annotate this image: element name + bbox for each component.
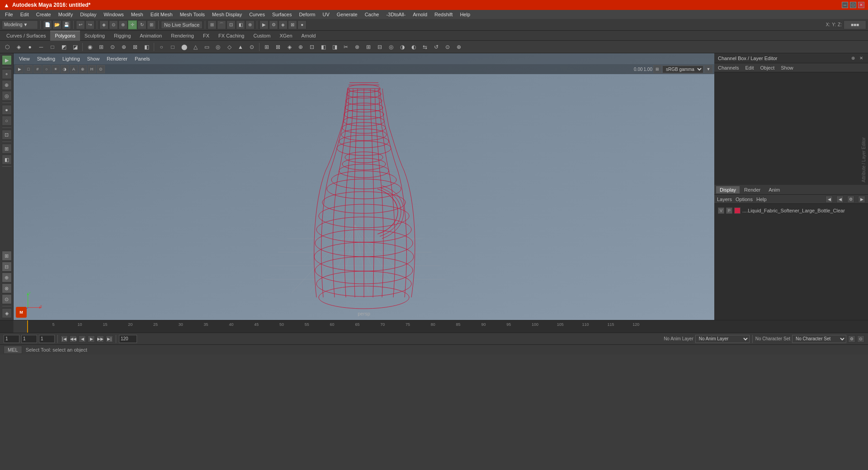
layer-5-btn[interactable]: ⊙	[2, 294, 12, 304]
play-btn[interactable]: ▶	[88, 335, 95, 343]
connect-icon[interactable]: ⊟	[374, 42, 385, 52]
insert-loop-icon[interactable]: ⊞	[363, 42, 374, 52]
bevel-icon[interactable]: ◧	[318, 42, 329, 52]
vp-channels-btn[interactable]: ⊞	[653, 65, 661, 73]
menu-create[interactable]: Create	[33, 11, 54, 18]
snap-surface-button[interactable]: ◧	[236, 20, 245, 29]
multi-cut-icon[interactable]: ⊗	[352, 42, 363, 52]
plane-icon[interactable]: ▭	[201, 42, 212, 52]
renderer-menu[interactable]: Renderer	[105, 55, 129, 62]
snap-to-icon[interactable]: ⊡	[2, 130, 12, 140]
close-button[interactable]: ✕	[858, 2, 864, 8]
frame-current-input[interactable]	[21, 335, 37, 343]
menu-mesh[interactable]: Mesh	[128, 11, 146, 18]
render-view-button[interactable]: ⊠	[288, 20, 297, 29]
tab-custom[interactable]: Custom	[249, 31, 275, 41]
anim-settings-btn[interactable]: ⚙	[848, 335, 855, 343]
anim-extra-btn[interactable]: ⊙	[857, 335, 864, 343]
wedge-icon[interactable]: ◑	[397, 42, 408, 52]
keep-faces-icon[interactable]: ⊕	[118, 42, 129, 52]
layer-2-btn[interactable]: ⊟	[2, 262, 12, 272]
hide-icon[interactable]: ○	[2, 116, 12, 126]
bottom-icon[interactable]: ◈	[2, 308, 12, 318]
tab-fx[interactable]: FX	[198, 31, 214, 41]
merge-icon[interactable]: ◈	[284, 42, 295, 52]
vp-aa-btn[interactable]: A	[70, 65, 78, 73]
snap-curve-button[interactable]: ⌒	[217, 20, 226, 29]
menu-cache[interactable]: Cache	[362, 11, 382, 18]
pipe-icon[interactable]: ⊙	[246, 42, 257, 52]
menu-curves[interactable]: Curves	[246, 11, 268, 18]
display-tab[interactable]: Display	[716, 186, 740, 193]
redo-button[interactable]: ↪	[85, 20, 94, 29]
layer-pickable-btn[interactable]: P	[726, 207, 732, 214]
minimize-button[interactable]: ─	[842, 2, 848, 8]
object-tab[interactable]: Object	[759, 64, 775, 71]
menu-file[interactable]: File	[2, 11, 16, 18]
render-settings-button[interactable]: ⚙	[269, 20, 278, 29]
append-icon[interactable]: ⊕	[295, 42, 306, 52]
save-file-button[interactable]: 💾	[62, 20, 71, 29]
merge-to-center-icon[interactable]: ⊙	[442, 42, 453, 52]
select-tool-button[interactable]: ◈	[99, 20, 108, 29]
menu-redshift[interactable]: Redshift	[431, 11, 456, 18]
tab-fx-caching[interactable]: FX Caching	[214, 31, 249, 41]
cut-faces-icon[interactable]: ✂	[340, 42, 351, 52]
vp-isolate-btn[interactable]: ⊙	[97, 65, 105, 73]
select-tool[interactable]: ▶	[2, 55, 12, 65]
options-subtab[interactable]: Options	[736, 197, 753, 202]
move-tool-button[interactable]: ✛	[128, 20, 137, 29]
tab-sculpting[interactable]: Sculpting	[80, 31, 109, 41]
view-menu[interactable]: View	[17, 55, 32, 62]
prism-icon[interactable]: ◇	[224, 42, 235, 52]
layer-next-btn[interactable]: ▶	[858, 196, 865, 203]
menu-surfaces[interactable]: Surfaces	[269, 11, 295, 18]
object-mode-icon[interactable]: ⬡	[2, 42, 13, 52]
vp-shadow-btn[interactable]: ◑	[61, 65, 69, 73]
maximize-button[interactable]: □	[850, 2, 856, 8]
layers-subtab[interactable]: Layers	[717, 197, 732, 202]
frame-end-input[interactable]	[119, 335, 137, 343]
vp-ao-btn[interactable]: ⊕	[79, 65, 87, 73]
cube-icon[interactable]: □	[167, 42, 178, 52]
menu-deform[interactable]: Deform	[296, 11, 318, 18]
channel-box-close-btn[interactable]: ✕	[858, 55, 864, 61]
prev-frame-btn[interactable]: ◀◀	[70, 335, 77, 343]
undo-button[interactable]: ↩	[76, 20, 85, 29]
layer-visibility-btn[interactable]: V	[718, 207, 724, 214]
show-menu[interactable]: Show	[85, 55, 102, 62]
snap-grid-button[interactable]: ⊞	[208, 20, 217, 29]
bridge-icon[interactable]: ⊠	[273, 42, 283, 52]
paint-select-button[interactable]: ⊕	[118, 20, 127, 29]
timeline-ruler[interactable]: 5 10 15 20 25 30 35 40 45 50 55 60 65 70…	[27, 320, 868, 333]
cylinder-icon[interactable]: ⬤	[179, 42, 189, 52]
mode-selector[interactable]: Modeling ▼	[2, 20, 38, 29]
paint-tool[interactable]: ⚬	[2, 69, 12, 79]
gamma-select[interactable]: sRGB gamma	[662, 66, 703, 73]
vertex-mode-icon[interactable]: ●	[24, 42, 35, 52]
channel-box-expand-btn[interactable]: ⊕	[850, 55, 856, 61]
tab-xgen[interactable]: XGen	[275, 31, 297, 41]
edit-tab[interactable]: Edit	[744, 64, 755, 71]
symmetry-icon[interactable]: ⊞	[96, 42, 107, 52]
render-button[interactable]: ▶	[259, 20, 269, 29]
vp-select-btn[interactable]: ▶	[15, 65, 24, 73]
component-mode-icon[interactable]: ◈	[13, 42, 24, 52]
anim-layer-select[interactable]: No Anim Layer	[695, 335, 750, 343]
keep-border-icon[interactable]: ⊠	[130, 42, 141, 52]
target-weld-icon[interactable]: ◎	[386, 42, 396, 52]
scale-tool-button[interactable]: ⊞	[147, 20, 156, 29]
tab-rendering[interactable]: Rendering	[166, 31, 198, 41]
show-icon[interactable]: ●	[2, 105, 12, 115]
preserve-uvs-icon[interactable]: ◧	[141, 42, 152, 52]
vp-render-btn[interactable]: ○	[42, 65, 51, 73]
back-btn[interactable]: ◀	[79, 335, 86, 343]
layer-add-btn[interactable]: ◀	[826, 196, 833, 203]
tweak-icon[interactable]: ⊙	[107, 42, 118, 52]
chamfer-icon[interactable]: ◨	[329, 42, 340, 52]
frame-sub-input[interactable]	[39, 335, 55, 343]
forward-btn[interactable]: ▶▶	[97, 335, 104, 343]
collapse-icon[interactable]: ⊕	[453, 42, 464, 52]
uv-mode-icon[interactable]: ◩	[58, 42, 69, 52]
no-live-surface-button[interactable]: No Live Surface	[161, 21, 203, 29]
